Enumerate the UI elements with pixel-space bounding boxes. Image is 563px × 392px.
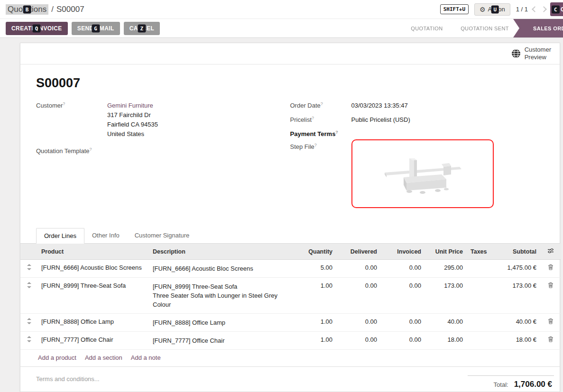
page-title: S00007 xyxy=(36,76,560,91)
cell-taxes[interactable] xyxy=(467,314,493,332)
cell-quantity[interactable]: 5.00 xyxy=(294,260,336,278)
table-row: [FURN_6666] Acoustic Bloc Screens [FURN_… xyxy=(20,260,561,278)
cell-delivered[interactable]: 0.00 xyxy=(336,332,381,350)
order-lines-table: Product Description Quantity Delivered I… xyxy=(20,244,561,350)
status-step-quotation-sent[interactable]: QUOTATION SENT xyxy=(447,19,518,37)
row-drag-handle[interactable] xyxy=(20,314,37,332)
notebook-tabs: Order Lines Other Info Customer Signatur… xyxy=(20,228,560,244)
customer-link[interactable]: Gemini Furniture xyxy=(107,101,158,110)
tab-label: Order Lines xyxy=(44,232,76,239)
cell-invoiced[interactable]: 0.00 xyxy=(381,314,425,332)
cell-invoiced[interactable]: 0.00 xyxy=(381,278,425,314)
cell-taxes[interactable] xyxy=(467,332,493,350)
cell-subtotal: 1,475.00 € xyxy=(493,260,540,278)
status-step-sales-order[interactable]: SALES ORDER xyxy=(513,19,563,37)
cell-unit-price[interactable]: 173.00 xyxy=(425,278,467,314)
sheet-header: Customer Preview xyxy=(20,43,560,64)
status-step-label: SALES ORDER xyxy=(533,26,563,31)
description-line: [FURN_7777] Office Chair xyxy=(153,336,290,345)
line-add-links: Add a product Add a section Add a note xyxy=(20,350,560,367)
customer-preview-button[interactable]: Customer Preview xyxy=(511,46,551,61)
customer-address-line: United States xyxy=(107,129,158,139)
add-a-product-link[interactable]: Add a product xyxy=(38,354,76,361)
cell-subtotal: 18.00 € xyxy=(493,332,540,350)
cell-product[interactable]: [FURN_8888] Office Lamp xyxy=(37,314,149,332)
description-line: Colour xyxy=(153,300,290,309)
status-step-quotation[interactable]: QUOTATION xyxy=(397,19,452,37)
terms-and-conditions-placeholder[interactable]: Terms and conditions... xyxy=(36,375,100,389)
customer-preview-label-2: Preview xyxy=(525,54,551,61)
customer-preview-label-1: Customer xyxy=(525,46,551,54)
send-email-button[interactable]: SEND EMAIL G xyxy=(72,22,120,35)
tab-customer-signature[interactable]: Customer Signature xyxy=(127,228,197,243)
cell-description[interactable]: [FURN_8888] Office Lamp xyxy=(149,314,294,332)
pager-prev-icon[interactable] xyxy=(532,6,538,12)
cell-unit-price[interactable]: 18.00 xyxy=(425,332,467,350)
create-invoice-button[interactable]: CREATE INVOICE Q xyxy=(6,22,68,35)
cell-quantity[interactable]: 1.00 xyxy=(294,314,336,332)
row-drag-handle[interactable] xyxy=(20,260,37,278)
step-file-field-label: Step File? xyxy=(290,142,351,150)
cell-product[interactable]: [FURN_8999] Three-Seat Sofa xyxy=(37,278,149,314)
action-menu-button[interactable]: ⚙ Action U xyxy=(474,3,510,16)
pager-next-icon[interactable] xyxy=(541,6,547,12)
optional-columns-cell xyxy=(540,244,561,260)
order-date-value[interactable]: 03/03/2023 13:35:47 xyxy=(351,101,408,110)
cell-delivered[interactable]: 0.00 xyxy=(336,260,381,278)
pricelist-value[interactable]: Public Pricelist (USD) xyxy=(351,115,410,125)
optional-columns-icon[interactable] xyxy=(547,248,554,254)
add-a-section-link[interactable]: Add a section xyxy=(85,354,122,361)
delete-row-button[interactable] xyxy=(540,314,561,332)
label-text: Customer xyxy=(36,102,63,109)
cell-invoiced[interactable]: 0.00 xyxy=(381,332,425,350)
cell-description[interactable]: [FURN_6666] Acoustic Bloc Screens xyxy=(149,260,294,278)
step-file-preview[interactable] xyxy=(351,139,494,208)
cell-product[interactable]: [FURN_6666] Acoustic Bloc Screens xyxy=(37,260,149,278)
field-groups: Customer? Gemini Furniture 317 Fairchild… xyxy=(20,91,560,213)
handle-column-header xyxy=(20,244,37,260)
customer-field-label: Customer? xyxy=(36,101,107,109)
table-row: [FURN_7777] Office Chair [FURN_7777] Off… xyxy=(20,332,561,350)
delete-row-button[interactable] xyxy=(540,332,561,350)
field-customer: Customer? Gemini Furniture 317 Fairchild… xyxy=(36,101,290,139)
cell-quantity[interactable]: 1.00 xyxy=(294,332,336,350)
customer-address-line: 317 Fairchild Dr xyxy=(107,110,158,120)
cell-taxes[interactable] xyxy=(467,260,493,278)
top-navbar: Quotations B / S00007 SHIFT+U ⚙ Action U… xyxy=(0,0,563,19)
tab-order-lines[interactable]: Order Lines xyxy=(36,228,84,244)
cell-unit-price[interactable]: 40.00 xyxy=(425,314,467,332)
trash-icon xyxy=(548,336,554,342)
cell-unit-price[interactable]: 295.00 xyxy=(425,260,467,278)
total-value: 1,706.00 € xyxy=(514,380,552,389)
cell-subtotal: 173.00 € xyxy=(493,278,540,314)
tab-other-info[interactable]: Other Info xyxy=(84,228,127,243)
trash-icon xyxy=(548,282,554,288)
cell-description[interactable]: [FURN_7777] Office Chair xyxy=(149,332,294,350)
column-header-taxes: Taxes xyxy=(467,244,493,260)
delete-row-button[interactable] xyxy=(540,260,561,278)
help-icon: ? xyxy=(63,101,65,106)
table-row: [FURN_8999] Three-Seat Sofa [FURN_8999] … xyxy=(20,278,561,314)
cell-quantity[interactable]: 1.00 xyxy=(294,278,336,314)
statusbar: QUOTATION QUOTATION SENT SALES ORDER xyxy=(397,19,563,37)
cell-subtotal: 40.00 € xyxy=(493,314,540,332)
add-a-note-link[interactable]: Add a note xyxy=(131,354,161,361)
tab-label: Customer Signature xyxy=(135,232,190,239)
trash-icon xyxy=(548,318,554,324)
row-drag-handle[interactable] xyxy=(20,278,37,314)
sheet-footer: Terms and conditions... Total: 1,706.00 … xyxy=(20,367,560,389)
description-line: [FURN_6666] Acoustic Bloc Screens xyxy=(153,264,290,273)
cell-product[interactable]: [FURN_7777] Office Chair xyxy=(37,332,149,350)
column-header-invoiced: Invoiced xyxy=(381,244,425,260)
cell-description[interactable]: [FURN_8999] Three-Seat Sofa Three Seater… xyxy=(149,278,294,314)
cell-delivered[interactable]: 0.00 xyxy=(336,278,381,314)
cell-invoiced[interactable]: 0.00 xyxy=(381,260,425,278)
delete-row-button[interactable] xyxy=(540,278,561,314)
breadcrumb-quotations[interactable]: Quotations B xyxy=(6,4,48,15)
cell-taxes[interactable] xyxy=(467,278,493,314)
cell-delivered[interactable]: 0.00 xyxy=(336,314,381,332)
help-icon: ? xyxy=(90,147,92,152)
row-drag-handle[interactable] xyxy=(20,332,37,350)
create-button[interactable]: C Create xyxy=(550,2,563,16)
cancel-button[interactable]: CANCEL Z xyxy=(124,22,160,35)
